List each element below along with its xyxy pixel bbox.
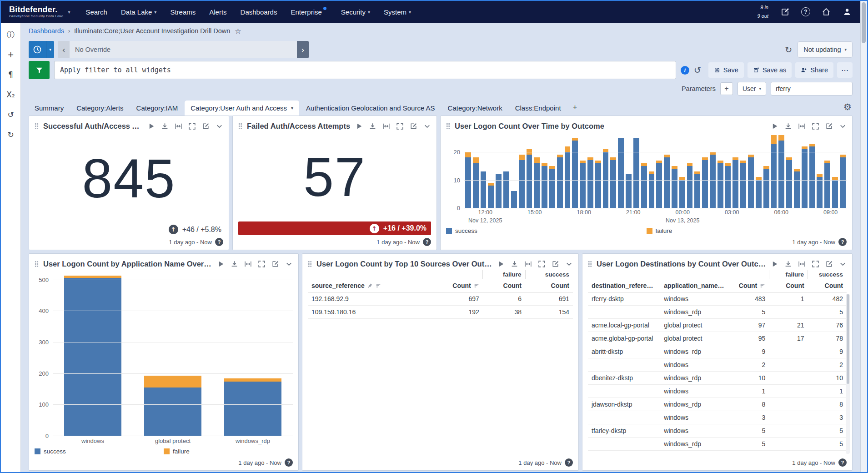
tab-summary[interactable]: Summary xyxy=(29,101,70,116)
play-icon[interactable] xyxy=(355,122,363,130)
play-icon[interactable] xyxy=(771,260,778,268)
table-scrollbar-thumb[interactable] xyxy=(847,294,849,384)
bar-39[interactable] xyxy=(763,132,769,208)
legend-item-success[interactable]: success xyxy=(446,226,647,235)
timerange-button[interactable] xyxy=(29,41,46,58)
download-icon[interactable] xyxy=(161,122,169,130)
help-icon[interactable]: ? xyxy=(838,238,847,246)
brand[interactable]: Bitdefender. GravityZone Security Data L… xyxy=(9,5,70,18)
query-info-icon[interactable]: i xyxy=(681,66,689,75)
drag-handle-icon[interactable] xyxy=(35,261,39,267)
bar-45[interactable] xyxy=(809,132,815,208)
table-row[interactable]: windows22 xyxy=(588,358,847,372)
bar-27[interactable] xyxy=(672,132,677,208)
bar-24[interactable] xyxy=(649,132,655,208)
page-scrollbar[interactable] xyxy=(860,1,867,472)
chevron-down-icon[interactable] xyxy=(839,260,847,268)
save-as-button[interactable]: Save as xyxy=(748,62,792,78)
help-icon[interactable]: ? xyxy=(285,458,293,467)
save-button[interactable]: Save xyxy=(708,62,744,78)
query-history-icon[interactable]: ↺ xyxy=(694,65,701,75)
prev-override-button[interactable]: ‹ xyxy=(58,41,70,58)
bar-42[interactable] xyxy=(786,132,792,208)
play-icon[interactable] xyxy=(147,122,155,130)
drag-handle-icon[interactable] xyxy=(588,261,592,267)
table-row[interactable]: windows33 xyxy=(588,411,847,424)
info-circle-icon[interactable]: ⓘ xyxy=(5,28,17,41)
undo-icon[interactable]: ↺ xyxy=(5,108,17,121)
nav-item-security[interactable]: Security▾ xyxy=(341,8,370,16)
drag-handle-icon[interactable] xyxy=(35,123,39,130)
bar-16[interactable] xyxy=(587,132,593,208)
compose-icon[interactable] xyxy=(780,7,790,17)
refresh-icon[interactable]: ↻ xyxy=(785,45,792,55)
help-icon[interactable]: ? xyxy=(565,458,573,467)
table-row[interactable]: 109.159.180.1619238154 xyxy=(308,306,573,319)
table-row[interactable]: dbenitez-dkstpwindows_rdp1010 xyxy=(588,372,847,385)
favorite-star-icon[interactable]: ☆ xyxy=(235,27,241,35)
column-header-count[interactable]: Count xyxy=(808,279,847,292)
parameter-name-dropdown[interactable]: User ▾ xyxy=(738,82,766,96)
nav-item-streams[interactable]: Streams xyxy=(170,8,196,16)
bar-windows-rdp[interactable] xyxy=(224,270,282,436)
table-row[interactable]: windows_rdp55 xyxy=(588,438,847,451)
bar-4[interactable] xyxy=(496,132,502,208)
filter-button[interactable] xyxy=(29,61,50,79)
bar-19[interactable] xyxy=(610,132,616,208)
column-header-source-reference[interactable]: source_reference xyxy=(308,279,430,292)
bar-22[interactable] xyxy=(633,132,639,208)
help-icon[interactable]: ? xyxy=(215,238,223,246)
parameter-value-input[interactable] xyxy=(771,82,853,96)
next-override-button[interactable]: › xyxy=(297,41,309,58)
help-icon[interactable]: ? xyxy=(838,458,847,467)
fullscreen-icon[interactable] xyxy=(188,122,196,130)
bar-25[interactable] xyxy=(656,132,662,208)
legend-item-success[interactable]: success xyxy=(35,447,164,456)
page-scrollbar-thumb[interactable] xyxy=(862,2,866,43)
bar-35[interactable] xyxy=(733,132,738,208)
bar-30[interactable] xyxy=(694,132,700,208)
bar-38[interactable] xyxy=(756,132,762,208)
column-header-count[interactable]: Count xyxy=(525,279,573,292)
table-scrollbar[interactable] xyxy=(846,294,850,454)
fit-width-icon[interactable] xyxy=(798,260,806,268)
edit-icon[interactable] xyxy=(202,122,210,130)
bar-36[interactable] xyxy=(740,132,746,208)
tab-class-endpoint[interactable]: Class:Endpoint xyxy=(509,101,567,116)
nav-item-alerts[interactable]: Alerts xyxy=(209,8,226,16)
bar-14[interactable] xyxy=(572,132,578,208)
bar-6[interactable] xyxy=(511,132,517,208)
column-header-count[interactable]: Count xyxy=(730,279,769,292)
bar-23[interactable] xyxy=(641,132,647,208)
bar-47[interactable] xyxy=(824,132,830,208)
bar-33[interactable] xyxy=(717,132,723,208)
drag-handle-icon[interactable] xyxy=(238,123,242,130)
legend-item-failure[interactable]: failure xyxy=(164,447,293,456)
nav-item-search[interactable]: Search xyxy=(85,8,107,16)
table-row[interactable]: jdawson-dkstpwindows_rdp88 xyxy=(588,398,847,411)
fit-width-icon[interactable] xyxy=(175,122,182,130)
chevron-down-icon[interactable] xyxy=(839,122,847,130)
breadcrumb-dashboards-link[interactable]: Dashboards xyxy=(29,27,64,35)
drag-handle-icon[interactable] xyxy=(308,261,312,267)
subscript-icon[interactable]: X₂ xyxy=(5,88,17,101)
column-header-application-name[interactable]: application_name xyxy=(660,279,730,292)
chevron-down-icon[interactable] xyxy=(216,122,223,130)
bar-0[interactable] xyxy=(465,132,471,208)
bar-9[interactable] xyxy=(534,132,540,208)
download-icon[interactable] xyxy=(784,122,792,130)
bar-2[interactable] xyxy=(481,132,487,208)
chevron-down-icon[interactable] xyxy=(285,260,293,268)
bar-windows[interactable] xyxy=(64,270,122,436)
table-row[interactable]: windows_rdp55 xyxy=(588,306,847,319)
fit-width-icon[interactable] xyxy=(382,122,390,130)
chevron-down-icon[interactable] xyxy=(565,260,573,268)
nav-item-dashboards[interactable]: Dashboards xyxy=(241,8,277,16)
bar-12[interactable] xyxy=(557,132,563,208)
sort-icon[interactable] xyxy=(760,283,765,288)
bar-46[interactable] xyxy=(817,132,823,208)
add-icon[interactable]: + xyxy=(5,48,17,61)
nav-item-system[interactable]: System▾ xyxy=(384,8,411,16)
bar-20[interactable] xyxy=(618,132,624,208)
pilcrow-icon[interactable]: ¶ xyxy=(5,68,17,81)
